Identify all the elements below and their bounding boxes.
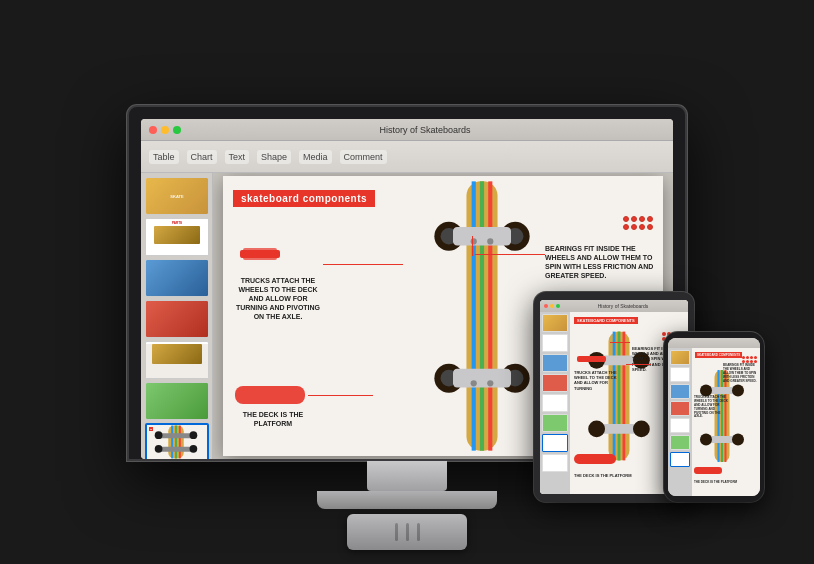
svg-rect-34 bbox=[613, 332, 616, 461]
ann-line-trucks bbox=[323, 264, 403, 265]
ipad-ann-deck: THE DECK IS THE PLATFORM bbox=[574, 473, 631, 478]
svg-rect-12 bbox=[472, 181, 476, 450]
doc-title: History of Skateboards bbox=[379, 125, 470, 135]
ipad-truck-icon bbox=[574, 352, 609, 370]
truck-icon bbox=[235, 244, 285, 268]
svg-point-52 bbox=[732, 433, 744, 445]
svg-point-29 bbox=[487, 380, 493, 386]
ipad-thumb-7[interactable] bbox=[542, 434, 568, 452]
slide-thumb-6[interactable] bbox=[145, 382, 209, 420]
iphone-thumb-2[interactable] bbox=[670, 367, 690, 382]
iphone-deck bbox=[694, 467, 722, 474]
ipad-deck bbox=[574, 454, 616, 464]
slide-panel[interactable]: SKATE PARTS bbox=[141, 173, 213, 459]
toolbar-btn-table[interactable]: Table bbox=[149, 150, 179, 164]
svg-rect-47 bbox=[708, 387, 736, 394]
mac-mini bbox=[347, 514, 467, 550]
iphone-ann-deck: THE DECK IS THE PLATFORM bbox=[694, 480, 737, 484]
iphone-wrapper: SKATEBOARD COMPONENTS bbox=[664, 332, 764, 502]
iphone-thumb-5[interactable] bbox=[670, 418, 690, 433]
iphone-ann-bearings: BEARINGS FIT INSIDE THE WHEELS AND ALLOW… bbox=[723, 364, 758, 383]
annotation-trucks: TRUCKS ATTACH THE WHEELS TO THE DECK AND… bbox=[233, 276, 323, 321]
svg-rect-33 bbox=[618, 332, 621, 461]
monitor-stand-base bbox=[317, 491, 497, 509]
iphone-thumb-3[interactable] bbox=[670, 384, 690, 399]
svg-point-28 bbox=[471, 380, 477, 386]
ann-line-bearings bbox=[475, 254, 545, 255]
titlebar: History of Skateboards bbox=[141, 119, 673, 141]
svg-point-8 bbox=[155, 445, 163, 453]
ipad-line-bearings bbox=[610, 342, 630, 343]
svg-point-5 bbox=[155, 431, 163, 439]
svg-point-41 bbox=[633, 421, 650, 438]
iphone-thumb-1[interactable] bbox=[670, 350, 690, 365]
svg-rect-7 bbox=[161, 447, 192, 452]
toolbar-btn-comment[interactable]: Comment bbox=[340, 150, 387, 164]
svg-rect-11 bbox=[480, 181, 484, 450]
iphone-main: SKATEBOARD COMPONENTS bbox=[692, 348, 760, 496]
svg-rect-25 bbox=[453, 369, 511, 388]
ipad-slide-panel bbox=[540, 312, 570, 494]
mac-mini-vent-2 bbox=[406, 523, 409, 541]
iphone-bearings-dots bbox=[742, 356, 758, 363]
svg-point-49 bbox=[732, 384, 744, 396]
slide-thumb-7[interactable]: sk bbox=[145, 423, 209, 459]
iphone-ann-trucks: TRUCKS ATTACH THE WHEELS TO THE DECK AND… bbox=[694, 396, 730, 419]
svg-rect-35 bbox=[623, 332, 626, 461]
svg-point-27 bbox=[487, 238, 493, 244]
toolbar-btn-shape[interactable]: Shape bbox=[257, 150, 291, 164]
iphone-slide-panel bbox=[668, 348, 692, 496]
toolbar-btn-text[interactable]: Text bbox=[225, 150, 250, 164]
iphone-thumb-7[interactable] bbox=[670, 452, 690, 467]
svg-rect-42 bbox=[577, 356, 606, 362]
ipad-skateboard bbox=[584, 321, 654, 475]
slide-thumb-3[interactable] bbox=[145, 259, 209, 297]
annotation-bearings: BEARINGS FIT INSIDE THE WHEELS AND ALLOW… bbox=[545, 244, 655, 280]
slide-thumb-4[interactable] bbox=[145, 300, 209, 338]
iphone-thumb-4[interactable] bbox=[670, 401, 690, 416]
svg-rect-19 bbox=[453, 227, 511, 246]
deck-shape bbox=[235, 386, 305, 404]
svg-rect-31 bbox=[243, 248, 277, 260]
ipad-titlebar: History of Skateboards bbox=[540, 300, 688, 312]
slide-thumb-5[interactable] bbox=[145, 341, 209, 379]
svg-point-9 bbox=[190, 445, 198, 453]
iphone-thumb-6[interactable] bbox=[670, 435, 690, 450]
slide-title-badge: skateboard components bbox=[233, 190, 375, 207]
traffic-light-red[interactable] bbox=[149, 126, 157, 134]
mac-mini-vent-3 bbox=[417, 523, 420, 541]
ipad-thumb-1[interactable] bbox=[542, 314, 568, 332]
slide-thumb-1[interactable]: SKATE bbox=[145, 177, 209, 215]
svg-point-51 bbox=[700, 433, 712, 445]
annotation-deck: THE DECK IS THE PLATFORM bbox=[233, 410, 313, 428]
toolbar-btn-chart[interactable]: Chart bbox=[187, 150, 217, 164]
ipad-doc-title: History of Skateboards bbox=[598, 303, 649, 309]
traffic-light-yellow[interactable] bbox=[161, 126, 169, 134]
iphone-content: SKATEBOARD COMPONENTS bbox=[668, 338, 760, 496]
bearings-dots bbox=[623, 216, 653, 230]
ipad-thumb-4[interactable] bbox=[542, 374, 568, 392]
ipad-thumb-6[interactable] bbox=[542, 414, 568, 432]
svg-point-6 bbox=[190, 431, 198, 439]
svg-point-40 bbox=[589, 421, 606, 438]
traffic-light-green[interactable] bbox=[173, 126, 181, 134]
ipad-ann-trucks: TRUCKS ATTACH THE WHEEL TO THE DECK AND … bbox=[574, 370, 626, 391]
ipad-thumb-2[interactable] bbox=[542, 334, 568, 352]
ipad-thumb-8[interactable] bbox=[542, 454, 568, 472]
toolbar-btn-media[interactable]: Media bbox=[299, 150, 332, 164]
svg-rect-39 bbox=[600, 424, 639, 434]
slide-thumb-2[interactable]: PARTS bbox=[145, 218, 209, 256]
ipad-thumb-5[interactable] bbox=[542, 394, 568, 412]
iphone-bezel: SKATEBOARD COMPONENTS bbox=[664, 332, 764, 502]
ipad-thumb-3[interactable] bbox=[542, 354, 568, 372]
mac-mini-vent-1 bbox=[395, 523, 398, 541]
ipad-line-trucks bbox=[626, 364, 651, 365]
iphone-screen: SKATEBOARD COMPONENTS bbox=[668, 338, 760, 496]
toolbar: Table Chart Text Shape Media Comment bbox=[141, 141, 673, 173]
svg-rect-50 bbox=[708, 436, 736, 443]
ann-line-bearings-v bbox=[472, 236, 473, 256]
svg-rect-4 bbox=[161, 433, 192, 438]
svg-rect-13 bbox=[488, 181, 492, 450]
monitor-stand-neck bbox=[367, 461, 447, 491]
iphone-titlebar bbox=[668, 338, 760, 348]
